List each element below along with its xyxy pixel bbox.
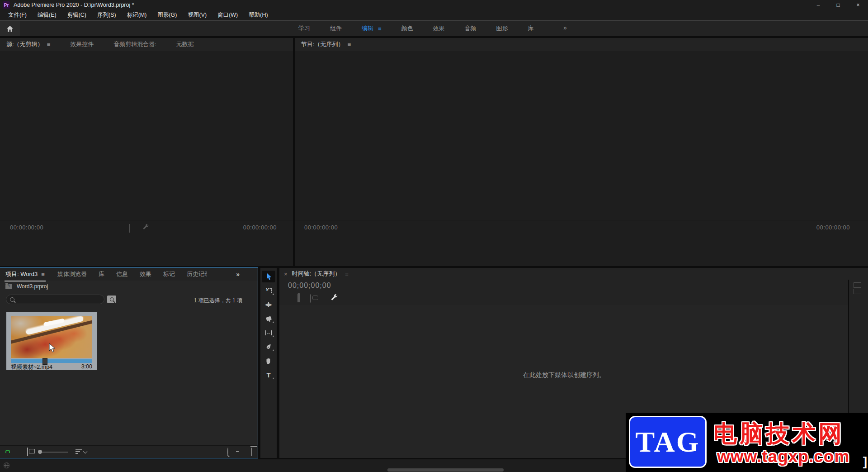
mouse-cursor	[49, 343, 57, 353]
thumbnail-zoom-slider[interactable]	[38, 450, 68, 454]
workspace-tab-menu-icon[interactable]: ≡	[378, 25, 382, 32]
workspace-tab-effects[interactable]: 效果	[433, 24, 445, 33]
tab-effects[interactable]: 效果	[140, 270, 151, 278]
sort-icon	[75, 449, 82, 454]
media-item-selected[interactable]: 视频素材~2.mp4 3:00	[6, 312, 97, 370]
project-search-row: 1 项已选择，共 1 项	[0, 293, 258, 307]
source-timecode-current: 00:00:00:00	[10, 224, 43, 231]
menu-clip[interactable]: 剪辑(C)	[63, 11, 91, 19]
menu-bar: 文件(F) 编辑(E) 剪辑(C) 序列(S) 标记(M) 图形(G) 视图(V…	[0, 10, 868, 20]
workspace-tab-learning[interactable]: 学习	[298, 24, 310, 33]
workspace-tab-graphics[interactable]: 图形	[496, 24, 508, 33]
find-icon	[227, 448, 228, 456]
close-button[interactable]: ×	[848, 0, 868, 10]
timeline-work-area-box-1[interactable]	[854, 282, 861, 288]
workspace-tab-libraries[interactable]: 库	[528, 24, 534, 33]
search-box[interactable]	[6, 295, 104, 304]
snap-button[interactable]	[297, 295, 300, 303]
search-input[interactable]	[17, 296, 96, 303]
selection-tool[interactable]	[262, 271, 275, 282]
slider-track[interactable]	[42, 452, 68, 453]
type-tool[interactable]: T	[262, 369, 275, 381]
project-tabs-overflow-icon[interactable]: »	[236, 271, 240, 278]
premiere-app-icon: Pr	[3, 1, 10, 9]
source-timecode-row: 00:00:00:00 00:00:00:00	[0, 220, 293, 234]
hand-tool[interactable]	[262, 355, 275, 367]
watermark-overlay: TAG 电脑技术网 www.tagxp.com ]	[626, 413, 868, 472]
program-tab-menu-icon[interactable]: ≡	[348, 41, 351, 48]
bin-search-icon	[110, 297, 114, 301]
window-controls: – □ ×	[808, 0, 868, 10]
tab-project[interactable]: 项目: Word3≡	[5, 268, 46, 281]
sort-icons-button[interactable]	[75, 449, 87, 454]
program-monitor-panel: 节目:（无序列）≡ 00:00:00:00 00:00:00:00 { } ⇤ …	[295, 38, 868, 266]
menu-help[interactable]: 帮助(H)	[244, 11, 272, 19]
tab-media-browser[interactable]: 媒体浏览器	[57, 270, 87, 278]
tab-libraries[interactable]: 库	[99, 270, 104, 278]
menu-marker[interactable]: 标记(M)	[123, 11, 151, 19]
workspace-tab-editing[interactable]: 编辑≡	[362, 24, 382, 33]
workspace-tab-assembly[interactable]: 组件	[330, 24, 342, 33]
search-in-bin-button[interactable]	[107, 296, 116, 303]
tab-effect-controls[interactable]: 效果控件	[70, 40, 94, 48]
menu-edit[interactable]: 编辑(E)	[33, 11, 61, 19]
thumbnail-scrubber[interactable]	[11, 359, 92, 363]
maximize-button[interactable]: □	[828, 0, 848, 10]
tab-history[interactable]: 历史记录	[187, 270, 207, 278]
magnet-icon	[297, 293, 300, 302]
timeline-display-settings-button[interactable]	[331, 294, 338, 303]
navigate-up-icon[interactable]	[5, 284, 12, 289]
watermark-site-url: www.tagxp.com	[717, 447, 849, 466]
wrench-icon	[331, 294, 338, 301]
minimize-button[interactable]: –	[808, 0, 828, 10]
linked-selection-button[interactable]	[310, 295, 311, 303]
tab-metadata[interactable]: 元数据	[176, 40, 194, 48]
slider-knob[interactable]	[38, 450, 42, 454]
workspace-tab-audio[interactable]: 音频	[465, 24, 476, 33]
ripple-edit-tool[interactable]: ◀▶	[262, 299, 275, 310]
media-item-name[interactable]: 视频素材~2.mp4	[11, 363, 52, 371]
source-monitor-panel: 源:（无剪辑）≡ 效果控件 音频剪辑混合器: 元数据 00:00:00:00 0…	[0, 38, 293, 266]
source-tab-menu-icon[interactable]: ≡	[47, 41, 51, 48]
chevron-down-icon	[83, 449, 88, 453]
tab-source[interactable]: 源:（无剪辑）≡	[6, 40, 50, 48]
slip-tool[interactable]: ↔	[262, 327, 275, 339]
tab-program[interactable]: 节目:（无序列）≡	[301, 40, 351, 48]
menu-graphics[interactable]: 图形(G)	[153, 11, 181, 19]
timeline-playhead-timecode[interactable]: 00;00;00;00	[288, 281, 331, 290]
pen-tool[interactable]	[262, 341, 275, 353]
menu-view[interactable]: 视图(V)	[183, 11, 211, 19]
source-zoom-level-icon[interactable]	[129, 224, 130, 233]
pen-icon	[264, 342, 273, 351]
freeform-view-button[interactable]	[27, 448, 28, 456]
tab-info[interactable]: 信息	[116, 270, 128, 278]
media-item-duration: 3:00	[81, 363, 92, 371]
tab-markers[interactable]: 标记	[163, 270, 175, 278]
clear-button[interactable]	[251, 448, 252, 456]
tab-audio-clip-mixer[interactable]: 音频剪辑混合器:	[113, 40, 156, 48]
timeline-work-area-box-2[interactable]	[854, 289, 861, 294]
source-viewer	[0, 51, 293, 220]
breadcrumb[interactable]: Word3.prproj	[17, 283, 48, 290]
workspace-tab-color[interactable]: 颜色	[401, 24, 413, 33]
menu-window[interactable]: 窗口(W)	[213, 11, 242, 19]
find-button[interactable]	[227, 448, 228, 456]
project-breadcrumb-row: Word3.prproj	[0, 281, 258, 292]
home-button[interactable]	[0, 21, 20, 36]
timeline-close-icon[interactable]: ×	[284, 271, 288, 277]
timeline-tab-menu-icon[interactable]: ≡	[345, 271, 349, 277]
menu-file[interactable]: 文件(F)	[4, 11, 31, 19]
source-settings-icon[interactable]	[143, 224, 149, 230]
razor-tool[interactable]	[262, 313, 275, 324]
source-panel-tabs: 源:（无剪辑）≡ 效果控件 音频剪辑混合器: 元数据	[0, 38, 293, 51]
project-panel: 项目: Word3≡ 媒体浏览器 库 信息 效果 标记 历史记录 » Word3…	[0, 268, 258, 458]
horizontal-scrollbar-thumb[interactable]	[387, 468, 504, 472]
project-tab-menu-icon[interactable]: ≡	[41, 271, 45, 278]
project-bin-area[interactable]: 视频素材~2.mp4 3:00	[0, 307, 258, 445]
workspace-bar: 学习 组件 编辑≡ 颜色 效果 音频 图形 库 »	[0, 20, 868, 36]
track-select-forward-tool[interactable]	[262, 285, 275, 296]
menu-sequence[interactable]: 序列(S)	[93, 11, 121, 19]
sync-status-icon	[4, 462, 9, 468]
workspace-overflow-icon[interactable]: »	[563, 24, 567, 31]
timeline-tab[interactable]: 时间轴:（无序列）	[292, 270, 341, 278]
